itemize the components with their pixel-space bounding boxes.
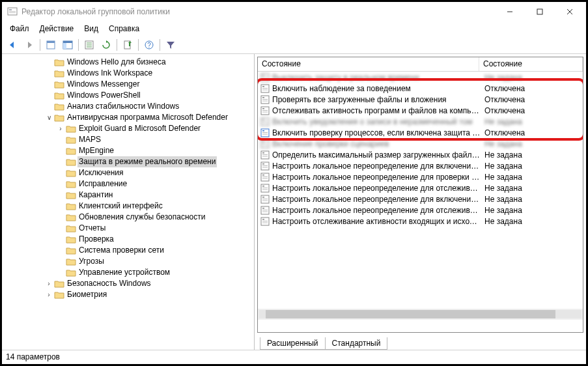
tree-item-label: Исключения — [77, 167, 125, 178]
list-row[interactable]: Настроить локальное переопределение для … — [258, 160, 583, 171]
tree-item-label: Клиентский интерфейс — [77, 201, 164, 212]
tree-item[interactable]: ∨Антивирусная программа Microsoft Defend… — [45, 112, 254, 123]
policy-icon — [259, 162, 271, 171]
list-row-state: Не задана — [481, 73, 583, 82]
tree-item[interactable]: MpEngine — [45, 145, 254, 156]
policy-icon — [259, 84, 271, 93]
list-row-state: Не задана — [481, 139, 583, 148]
close-button[interactable] — [555, 2, 585, 21]
list-row[interactable]: Настроить локальное переопределение для … — [258, 204, 583, 216]
tree-item[interactable]: Анализ стабильности Windows — [45, 101, 254, 112]
tree-item[interactable]: Исправление — [45, 178, 254, 190]
forward-button[interactable] — [21, 37, 37, 53]
tree-item[interactable]: Windows Messenger — [45, 79, 254, 90]
toolbar-icon-1[interactable] — [43, 37, 59, 53]
list-row-name: Выключить защиту в реальном времени — [271, 73, 481, 82]
maximize-button[interactable] — [525, 2, 555, 21]
list-row-state: Отключена — [481, 106, 583, 115]
list-header: Состояние Состояние — [258, 57, 583, 72]
horizontal-scrollbar[interactable] — [258, 309, 583, 320]
list-row[interactable]: Отслеживать активность программ и файлов… — [258, 105, 583, 116]
help-button[interactable]: ? — [141, 37, 157, 53]
expand-icon[interactable]: › — [57, 123, 64, 134]
tree-item-label: MAPS — [77, 134, 102, 145]
policy-icon — [259, 206, 271, 215]
tree-item[interactable]: ›Exploit Guard в Microsoft Defender — [45, 123, 254, 134]
list-row[interactable]: Определить максимальный размер загруженн… — [258, 149, 583, 160]
list-row[interactable]: Включить проверку процессов, если включе… — [258, 127, 583, 138]
svg-rect-59 — [262, 178, 268, 178]
svg-rect-54 — [262, 165, 268, 166]
expand-icon[interactable]: › — [45, 289, 53, 300]
window-title: Редактор локальной групповой политики — [21, 7, 170, 16]
list-row[interactable]: Выключить защиту в реальном времениНе за… — [258, 72, 583, 83]
svg-rect-3 — [9, 12, 16, 13]
svg-rect-74 — [262, 221, 268, 221]
menu-view[interactable]: Вид — [79, 23, 104, 35]
tree-item[interactable]: Управление устройством — [45, 267, 254, 278]
folder-icon — [54, 279, 64, 289]
list-row[interactable]: Включить уведомления о записи в неразмеч… — [258, 116, 583, 127]
expand-icon[interactable]: ∨ — [45, 112, 53, 123]
list-row[interactable]: Настроить локальное переопределение для … — [258, 182, 583, 193]
tree-item[interactable]: Windows PowerShell — [45, 90, 254, 101]
toolbar-separator-2 — [78, 39, 79, 51]
tree-item[interactable]: Windows Ink Workspace — [45, 68, 254, 79]
tab-extended[interactable]: Расширенный — [260, 337, 326, 350]
list-row[interactable]: Включить наблюдение за поведениемОтключе… — [258, 83, 583, 94]
statusbar: 14 параметров — [2, 350, 586, 363]
svg-rect-57 — [262, 175, 264, 176]
tree-item[interactable]: Отчеты — [45, 223, 254, 234]
toolbar-icon-3[interactable] — [81, 37, 97, 53]
tree-item[interactable]: ›Безопасность Windows — [45, 278, 254, 289]
list-row-name: Настроить локальное переопределение для … — [271, 184, 481, 193]
tree-item[interactable]: ›Биометрия — [45, 289, 254, 300]
list-body[interactable]: Выключить защиту в реальном времениНе за… — [258, 72, 583, 320]
tree-item[interactable]: Угрозы — [45, 256, 254, 267]
folder-icon — [66, 158, 76, 167]
svg-rect-33 — [262, 108, 264, 109]
list-row[interactable]: Проверять все загруженные файлы и вложен… — [258, 94, 583, 105]
menu-help[interactable]: Справка — [104, 23, 145, 35]
tree-item[interactable]: Windows Hello для бизнеса — [45, 57, 254, 68]
tab-standard[interactable]: Стандартный — [325, 337, 388, 350]
list-row[interactable]: Настроить локальное переопределение для … — [258, 171, 583, 182]
folder-icon — [54, 290, 64, 300]
policy-icon — [259, 106, 271, 115]
filter-button[interactable] — [163, 37, 178, 53]
tree-item[interactable]: Карантин — [45, 190, 254, 201]
export-button[interactable] — [120, 37, 135, 53]
back-button[interactable] — [5, 37, 20, 53]
tree-item-label: Безопасность Windows — [66, 278, 152, 289]
menu-file[interactable]: Файл — [5, 23, 35, 35]
svg-rect-45 — [262, 141, 264, 143]
minimize-button[interactable] — [495, 2, 525, 21]
expand-icon[interactable]: › — [45, 278, 53, 289]
toolbar-separator — [40, 39, 40, 51]
svg-rect-27 — [262, 89, 268, 90]
toolbar-icon-2[interactable] — [60, 37, 76, 53]
svg-rect-65 — [262, 197, 264, 198]
column-name[interactable]: Состояние — [258, 57, 479, 71]
menu-action[interactable]: Действие — [35, 23, 79, 35]
svg-text:?: ? — [147, 42, 151, 49]
tree-item[interactable]: Проверка — [45, 234, 254, 245]
list-row-name: Настроить локальное переопределение для … — [271, 173, 481, 182]
folder-icon — [66, 213, 76, 222]
tree-item[interactable]: Клиентский интерфейс — [45, 201, 254, 212]
tree[interactable]: Windows Hello для бизнесаWindows Ink Wor… — [45, 57, 254, 300]
folder-icon — [66, 246, 76, 255]
tree-item[interactable]: Защита в режиме реального времени — [45, 156, 254, 167]
refresh-button[interactable] — [98, 37, 114, 53]
folder-icon — [54, 91, 64, 100]
list-row[interactable]: Настроить локальное переопределение для … — [258, 193, 583, 204]
folder-icon — [66, 180, 76, 189]
tree-item[interactable]: Обновления службы безопасности — [45, 212, 254, 223]
tree-item[interactable]: Исключения — [45, 167, 254, 178]
column-state[interactable]: Состояние — [479, 57, 583, 71]
tree-item[interactable]: MAPS — [45, 134, 254, 145]
svg-rect-38 — [262, 121, 268, 122]
list-row[interactable]: Включение проверки сценариевНе задана — [258, 138, 583, 149]
list-row[interactable]: Настроить отслеживание активности входящ… — [258, 216, 583, 227]
tree-item[interactable]: Система проверки сети — [45, 245, 254, 256]
